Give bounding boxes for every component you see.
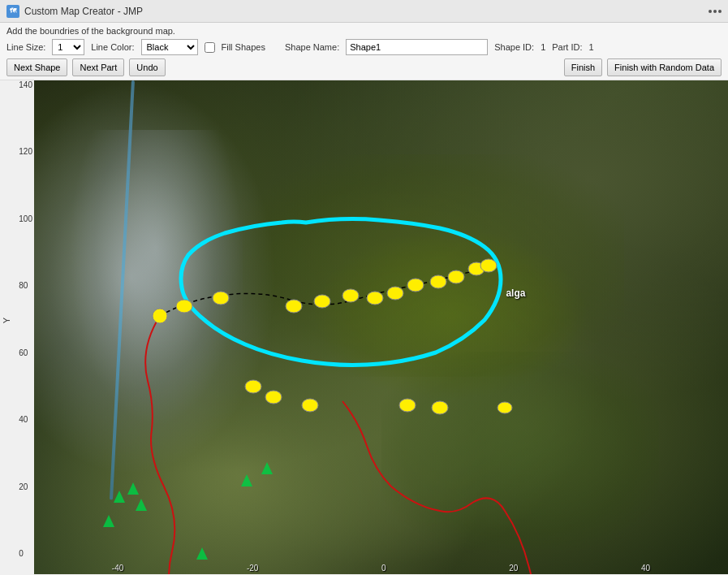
y-tick-100: 100: [19, 214, 32, 223]
drawing-svg: [34, 80, 728, 574]
y-tick-60: 60: [19, 348, 32, 357]
part-id-value: 1: [589, 42, 594, 52]
yellow-dot-5: [265, 391, 282, 404]
next-shape-button[interactable]: Next Shape: [6, 58, 67, 76]
yellow-dot-12: [430, 275, 446, 288]
y-tick-0: 0: [19, 549, 32, 558]
y-tick-120: 120: [19, 147, 32, 156]
undo-button[interactable]: Undo: [129, 58, 165, 76]
yellow-dot-17: [399, 399, 416, 412]
shape-id-value: 1: [541, 42, 545, 52]
title-bar: 🗺 Custom Map Creator - JMP: [0, 0, 728, 23]
yellow-dot-9: [367, 292, 383, 305]
yellow-dot-3: [213, 292, 229, 305]
yellow-dot-1: [153, 309, 167, 323]
yellow-dot-18: [432, 401, 448, 414]
fill-shapes-checkbox[interactable]: [205, 42, 215, 53]
shape-name-input[interactable]: [346, 39, 488, 55]
toolbar-row-3: Next Shape Next Part Undo Finish Finish …: [6, 58, 722, 76]
yellow-dot-16: [302, 399, 318, 412]
cyan-outline: [181, 219, 501, 365]
shape-id-label: Shape ID:: [494, 42, 534, 52]
line-color-select[interactable]: Black Red Blue Green White: [141, 39, 198, 55]
y-axis: Y 0 20 40 60 80 100 120 140: [0, 80, 34, 574]
part-id-label: Part ID:: [552, 42, 582, 52]
x-tick-0: 0: [381, 564, 386, 573]
line-size-label: Line Size:: [6, 42, 45, 52]
toolbar-row-1: Add the boundries of the background map.: [6, 26, 722, 36]
toolbar-row-2: Line Size: 1 2 3 4 5 Line Color: Black R…: [6, 39, 722, 55]
shape-name-label: Shape Name:: [285, 42, 339, 52]
y-tick-20: 20: [19, 482, 32, 491]
yellow-dot-11: [407, 279, 424, 292]
line-color-label: Line Color:: [91, 42, 134, 52]
yellow-dot-4: [245, 380, 261, 393]
yellow-dot-10: [387, 287, 403, 300]
app-icon: 🗺: [6, 5, 19, 18]
chart-area: Y 0 20 40 60 80 100 120 140 alga: [0, 80, 728, 574]
x-axis: -40 -20 0 20 40: [34, 564, 728, 573]
menu-dot-1: [709, 10, 712, 13]
red-path-2: [342, 401, 549, 574]
x-tick-minus20: -20: [247, 564, 258, 573]
y-axis-label: Y: [2, 318, 11, 323]
instruction-label: Add the boundries of the background map.: [6, 26, 175, 36]
x-tick-40: 40: [641, 564, 650, 573]
menu-dot-3: [718, 10, 722, 13]
x-tick-minus40: -40: [112, 564, 123, 573]
next-part-button[interactable]: Next Part: [72, 58, 124, 76]
finish-random-button[interactable]: Finish with Random Data: [607, 58, 722, 76]
x-tick-20: 20: [509, 564, 518, 573]
y-tick-80: 80: [19, 281, 32, 290]
yellow-dot-15: [480, 259, 497, 272]
window-menu: [709, 10, 722, 13]
window-title: Custom Map Creator - JMP: [24, 6, 143, 17]
line-size-select[interactable]: 1 2 3 4 5: [52, 39, 84, 55]
yellow-dot-6: [286, 300, 302, 313]
yellow-dot-8: [342, 289, 359, 302]
toolbar: Add the boundries of the background map.…: [0, 23, 728, 80]
y-tick-140: 140: [19, 80, 32, 89]
menu-dot-2: [713, 10, 717, 13]
y-tick-40: 40: [19, 415, 32, 424]
dashed-path: [160, 267, 493, 316]
fill-shapes-label: Fill Shapes: [222, 42, 265, 52]
map-background: alga: [34, 80, 728, 574]
red-path-1: [145, 316, 192, 574]
yellow-dot-13: [448, 270, 464, 283]
finish-button[interactable]: Finish: [564, 58, 602, 76]
map-container[interactable]: alga: [34, 80, 728, 574]
yellow-dot-2: [176, 300, 192, 313]
yellow-dot-19: [498, 402, 512, 413]
yellow-dot-7: [314, 295, 330, 308]
